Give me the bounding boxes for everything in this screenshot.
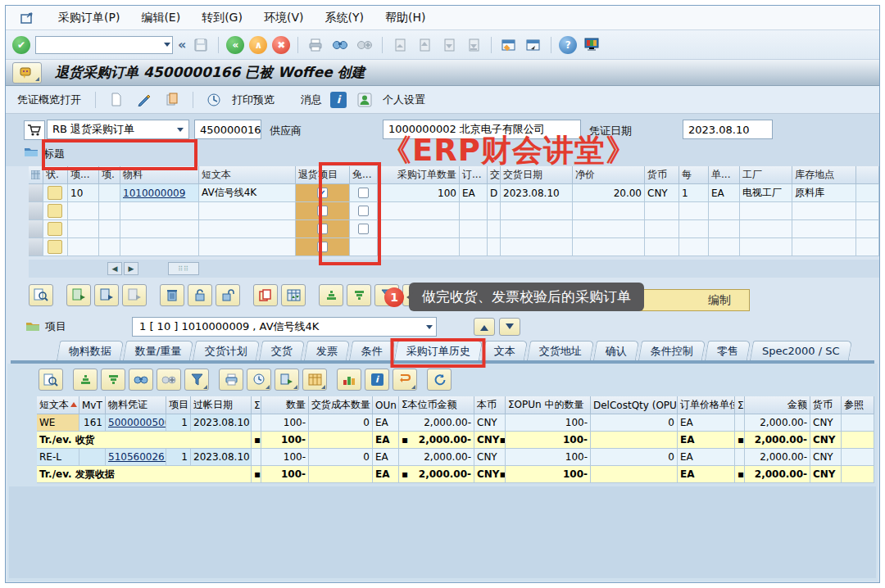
status-cell[interactable] xyxy=(43,238,68,256)
menu-system[interactable]: 系统(Y) xyxy=(324,11,363,25)
status-cell[interactable] xyxy=(43,184,68,202)
row-selector[interactable] xyxy=(29,184,43,202)
back-icon[interactable]: « xyxy=(226,36,244,54)
change-pencil-icon[interactable] xyxy=(134,90,154,110)
find-icon[interactable] xyxy=(330,35,350,55)
tab-condition-control[interactable]: 条件控制 xyxy=(638,341,706,360)
status-cell[interactable] xyxy=(43,202,68,220)
views-icon[interactable] xyxy=(247,369,271,391)
hcol-delcostqty-opun[interactable]: DelCostQty (OPUn) xyxy=(591,396,678,414)
next-item-button[interactable] xyxy=(499,318,520,336)
return-item-checkbox[interactable]: ✔ xyxy=(317,188,328,198)
first-page-icon[interactable] xyxy=(390,35,410,55)
free-checkbox[interactable] xyxy=(358,188,369,198)
item-detail-icon[interactable] xyxy=(29,284,53,306)
hcol-order-price-unit[interactable]: 订单价格单位 xyxy=(678,396,735,414)
hcol-reference[interactable]: 参照 xyxy=(842,396,874,414)
tab-material-data[interactable]: 物料数据 xyxy=(57,341,124,360)
return-item-checkbox[interactable] xyxy=(317,224,328,234)
set-filter-icon[interactable] xyxy=(184,369,209,391)
find-next-icon[interactable] xyxy=(355,35,374,55)
hcol-mvt[interactable]: MvT xyxy=(79,396,106,414)
info-icon[interactable]: i xyxy=(365,369,389,391)
info-icon[interactable]: i xyxy=(330,92,347,108)
save-icon[interactable] xyxy=(191,35,211,55)
command-input[interactable] xyxy=(35,36,173,54)
col-return-item[interactable]: 退货项目 xyxy=(296,166,350,184)
tab-po-history[interactable]: 采购订单历史 xyxy=(394,341,483,360)
hcol-qty-opun[interactable]: ΣOPUn 中的数量 xyxy=(506,396,591,414)
customize-layout-icon[interactable] xyxy=(582,35,601,55)
grid-settings-icon[interactable] xyxy=(281,284,306,306)
print-icon[interactable] xyxy=(219,369,243,391)
copy-row-icon[interactable] xyxy=(66,284,91,306)
header-section-label[interactable]: 标题 xyxy=(43,147,65,161)
scroll-right-icon[interactable]: ▶ xyxy=(124,262,138,275)
tab-retail[interactable]: 零售 xyxy=(705,341,751,360)
menu-help[interactable]: 帮助(H) xyxy=(385,11,425,25)
hcol-short-text[interactable]: 短文本 xyxy=(37,396,79,414)
col-currency[interactable]: 货币 xyxy=(645,166,679,184)
tab-texts[interactable]: 文本 xyxy=(482,341,528,360)
person-icon[interactable] xyxy=(355,90,374,110)
doc-date-field[interactable]: 2023.08.10 xyxy=(683,120,773,139)
grid-corner-icon[interactable] xyxy=(29,166,43,184)
item-selector[interactable]: 1 [ 10 ] 1010000009 , AV信号线4K xyxy=(132,317,437,337)
unlock-icon[interactable] xyxy=(216,284,240,306)
layout-select-icon[interactable] xyxy=(302,369,327,391)
col-item[interactable]: 项... xyxy=(68,166,99,184)
tab-delivery[interactable]: 交货 xyxy=(259,341,305,360)
export-icon[interactable] xyxy=(275,369,299,391)
scroll-grip[interactable]: ⠿⠿ xyxy=(168,262,199,275)
lock-icon[interactable] xyxy=(188,284,212,306)
window-menu-icon[interactable] xyxy=(17,8,37,28)
material-doc-link[interactable]: 5000000500 xyxy=(108,417,166,428)
col-storage[interactable]: 库存地点 xyxy=(792,166,856,184)
header-section-folder-icon[interactable] xyxy=(24,145,39,161)
hcol-posting-date[interactable]: 过帐日期 xyxy=(191,396,252,414)
collapse-icon[interactable]: « xyxy=(178,37,186,52)
command-dropdown-icon[interactable] xyxy=(164,43,170,50)
tab-delivery-address[interactable]: 交货地址 xyxy=(527,341,594,360)
doc-number-field[interactable]: 4500000166 xyxy=(194,120,261,139)
invoice-doc-link[interactable]: 5105600261 xyxy=(108,451,166,463)
print-icon[interactable] xyxy=(306,35,325,55)
services-for-object-icon[interactable] xyxy=(12,62,42,84)
new-session-icon[interactable] xyxy=(499,35,519,55)
hcol-sigma2[interactable]: Σ xyxy=(735,396,745,414)
menu-edit[interactable]: 编辑(E) xyxy=(141,11,180,25)
copy-clipboard-icon[interactable] xyxy=(162,90,182,110)
tab-delivery-schedule[interactable]: 交货计划 xyxy=(193,341,260,360)
delete-row-icon[interactable] xyxy=(160,284,184,306)
paste-row-icon[interactable] xyxy=(122,284,147,306)
hcol-oun[interactable]: OUn xyxy=(373,396,399,414)
col-short-text[interactable]: 短文本 xyxy=(199,166,296,184)
help-icon[interactable]: ? xyxy=(559,36,577,54)
hcol-dlv-cost-qty[interactable]: 交货成本数量 xyxy=(309,396,373,414)
next-page-icon[interactable] xyxy=(439,35,459,55)
free-checkbox[interactable] xyxy=(358,206,369,216)
exit-icon[interactable]: ∧ xyxy=(249,36,267,54)
menu-environment[interactable]: 环境(V) xyxy=(264,11,304,25)
menu-purchase-order[interactable]: 采购订单(P) xyxy=(58,11,120,25)
row-selector[interactable] xyxy=(29,238,43,256)
row-selector[interactable] xyxy=(29,220,43,238)
personal-setting-label[interactable]: 个人设置 xyxy=(383,93,425,107)
scroll-left-icon[interactable]: ◀ xyxy=(107,262,122,275)
doc-type-select[interactable]: RB 退货采购订单 xyxy=(47,120,189,139)
col-item2[interactable]: 项. xyxy=(99,166,120,184)
sort-asc-icon[interactable] xyxy=(319,284,343,306)
hcol-lcurr[interactable]: 本币 xyxy=(474,396,506,414)
duplicate-row-icon[interactable] xyxy=(253,284,278,306)
col-material[interactable]: 物料 xyxy=(120,166,199,184)
doc-type-dropdown-icon[interactable] xyxy=(177,128,184,135)
item-section-label[interactable]: 项目 xyxy=(45,319,66,334)
refresh-icon[interactable] xyxy=(427,369,452,391)
sort-asc-icon[interactable] xyxy=(73,369,98,391)
sort-desc-icon[interactable] xyxy=(347,284,371,306)
create-document-icon[interactable] xyxy=(107,90,126,110)
hcol-qty[interactable]: 数量 xyxy=(261,396,309,414)
tab-conditions[interactable]: 条件 xyxy=(349,341,395,360)
col-per[interactable]: 每 xyxy=(679,166,709,184)
messages-button[interactable]: 消息 xyxy=(301,93,322,107)
